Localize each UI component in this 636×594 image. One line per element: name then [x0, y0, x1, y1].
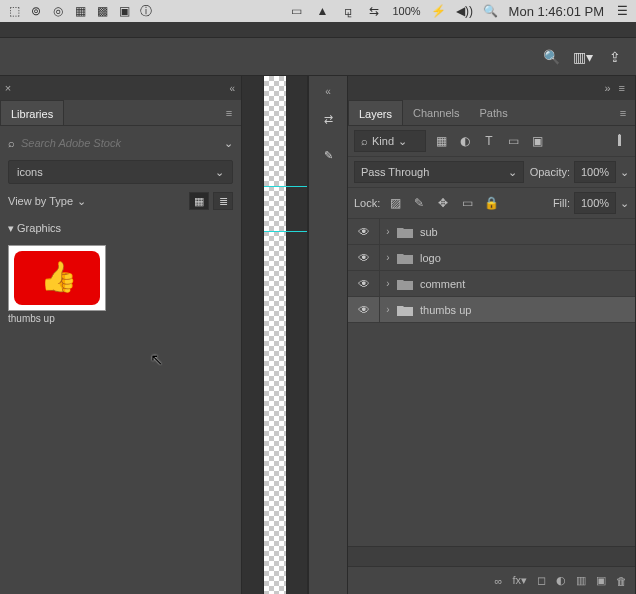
airplay-icon[interactable]: ▲: [314, 3, 330, 19]
filter-pixel-icon[interactable]: ▦: [432, 132, 450, 150]
chevron-down-icon: ⌄: [508, 166, 517, 179]
filter-toggle-icon[interactable]: ⏽: [611, 132, 629, 150]
layer-row[interactable]: 👁 › thumbs up: [348, 297, 635, 323]
link-layers-icon[interactable]: ∞: [495, 575, 503, 587]
add-mask-icon[interactable]: ◻: [537, 574, 546, 587]
expand-icon[interactable]: ›: [380, 252, 396, 263]
macos-menubar: ⬚ ⊚ ◎ ▦ ▩ ▣ ⓘ ▭ ▲ ⚼ ⇆ 100% ⚡ ◀)) 🔍 Mon 1…: [0, 0, 636, 22]
doc-arrange-icon[interactable]: ▥▾: [572, 46, 594, 68]
lock-transparency-icon[interactable]: ▨: [386, 194, 404, 212]
app-icon-2[interactable]: ▩: [94, 3, 110, 19]
asset-label: thumbs up: [8, 313, 106, 324]
lock-position-icon[interactable]: ✥: [434, 194, 452, 212]
close-panel-icon[interactable]: ×: [0, 82, 16, 94]
blend-mode-select[interactable]: Pass Through ⌄: [354, 161, 524, 183]
notification-center-icon[interactable]: ☰: [614, 3, 630, 19]
share-icon[interactable]: ⇪: [604, 46, 626, 68]
expand-icon[interactable]: ›: [380, 304, 396, 315]
collapse-icon[interactable]: »: [604, 82, 610, 94]
layer-list: 👁 › sub 👁 › logo 👁 › comment 👁 ›: [348, 219, 635, 546]
battery-icon[interactable]: ⚡: [431, 3, 447, 19]
lock-pixels-icon[interactable]: ✎: [410, 194, 428, 212]
search-icon[interactable]: 🔍: [540, 46, 562, 68]
new-layer-icon[interactable]: ▣: [596, 574, 606, 587]
layers-panel: » ≡ Layers Channels Paths ≡ ⌕ Kind ⌄ ▦ ◐…: [348, 76, 636, 594]
add-adjustment-icon[interactable]: ◐: [556, 574, 566, 587]
grid-view-button[interactable]: ▦: [189, 192, 209, 210]
brush-tool-icon[interactable]: ✎: [313, 141, 343, 169]
chevron-down-icon[interactable]: ⌄: [620, 197, 629, 210]
filter-shape-icon[interactable]: ▭: [504, 132, 522, 150]
layer-row[interactable]: 👁 › logo: [348, 245, 635, 271]
dropbox-icon[interactable]: ⬚: [6, 3, 22, 19]
folder-icon: [396, 225, 414, 239]
spotlight-icon[interactable]: 🔍: [483, 3, 499, 19]
layer-name: logo: [420, 252, 441, 264]
visibility-icon[interactable]: 👁: [348, 271, 380, 297]
panel-menu-icon[interactable]: ≡: [619, 82, 625, 94]
info-icon[interactable]: ⓘ: [138, 3, 154, 19]
filter-adjustment-icon[interactable]: ◐: [456, 132, 474, 150]
bluetooth-icon[interactable]: ⚼: [340, 3, 356, 19]
chevron-down-icon[interactable]: ⌄: [620, 166, 629, 179]
creative-cloud-icon[interactable]: ⊚: [28, 3, 44, 19]
opacity-input[interactable]: 100%: [574, 161, 616, 183]
folder-icon: [396, 303, 414, 317]
wifi-icon[interactable]: ⇆: [366, 3, 382, 19]
paths-tab[interactable]: Paths: [470, 100, 518, 125]
fill-label: Fill:: [553, 197, 570, 209]
layers-footer: ∞ fx▾ ◻ ◐ ▥ ▣ 🗑: [348, 566, 635, 594]
app-icon[interactable]: ▦: [72, 3, 88, 19]
libraries-search-input[interactable]: [21, 137, 218, 149]
opacity-label: Opacity:: [530, 166, 570, 178]
options-bar: 🔍 ▥▾ ⇪: [0, 38, 636, 76]
filter-type-icon[interactable]: T: [480, 132, 498, 150]
search-icon: ⌕: [361, 135, 368, 147]
layer-name: thumbs up: [420, 304, 471, 316]
graphics-section-header[interactable]: ▾ Graphics: [8, 218, 233, 239]
panel-menu-icon[interactable]: ≡: [217, 100, 241, 125]
layers-tab[interactable]: Layers: [348, 100, 403, 125]
library-selector-label: icons: [17, 166, 43, 178]
search-icon: ⌕: [8, 137, 15, 149]
fill-input[interactable]: 100%: [574, 192, 616, 214]
list-view-button[interactable]: ≣: [213, 192, 233, 210]
layer-divider: [348, 546, 635, 566]
view-mode-label-wrap[interactable]: View by Type ⌄: [8, 195, 86, 208]
new-group-icon[interactable]: ▥: [576, 574, 586, 587]
visibility-icon[interactable]: 👁: [348, 297, 380, 323]
screen-rec-icon[interactable]: ▣: [116, 3, 132, 19]
chevron-down-icon: ⌄: [215, 166, 224, 179]
battery-text[interactable]: 100%: [392, 5, 420, 17]
expand-icon[interactable]: ›: [380, 278, 396, 289]
clock[interactable]: Mon 1:46:01 PM: [509, 4, 604, 19]
adjustment-tool-icon[interactable]: ⇄: [313, 105, 343, 133]
collapse-panel-icon[interactable]: «: [229, 83, 235, 94]
channels-tab[interactable]: Channels: [403, 100, 469, 125]
collapsed-tool-column: « ⇄ ✎: [308, 76, 348, 594]
libraries-tab[interactable]: Libraries: [0, 100, 64, 125]
app-chrome-strip: [0, 22, 636, 38]
layer-row[interactable]: 👁 › sub: [348, 219, 635, 245]
library-selector[interactable]: icons ⌄: [8, 160, 233, 184]
filter-kind-select[interactable]: ⌕ Kind ⌄: [354, 130, 426, 152]
visibility-icon[interactable]: 👁: [348, 245, 380, 271]
visibility-icon[interactable]: 👁: [348, 219, 380, 245]
display-icon[interactable]: ▭: [288, 3, 304, 19]
lock-all-icon[interactable]: 🔒: [482, 194, 500, 212]
nvidia-icon[interactable]: ◎: [50, 3, 66, 19]
trash-icon[interactable]: 🗑: [616, 575, 627, 587]
fx-icon[interactable]: fx▾: [512, 574, 527, 587]
chevron-down-icon[interactable]: ⌄: [224, 137, 233, 150]
panel-menu-icon[interactable]: ≡: [611, 100, 635, 125]
layer-row[interactable]: 👁 › comment: [348, 271, 635, 297]
chevron-down-icon: ⌄: [398, 135, 407, 148]
library-asset[interactable]: thumbs up: [8, 245, 106, 324]
folder-icon: [396, 277, 414, 291]
collapse-icon[interactable]: «: [325, 86, 331, 97]
filter-smart-icon[interactable]: ▣: [528, 132, 546, 150]
lock-artboard-icon[interactable]: ▭: [458, 194, 476, 212]
expand-icon[interactable]: ›: [380, 226, 396, 237]
chevron-down-icon: ⌄: [77, 195, 86, 208]
volume-icon[interactable]: ◀)): [457, 3, 473, 19]
